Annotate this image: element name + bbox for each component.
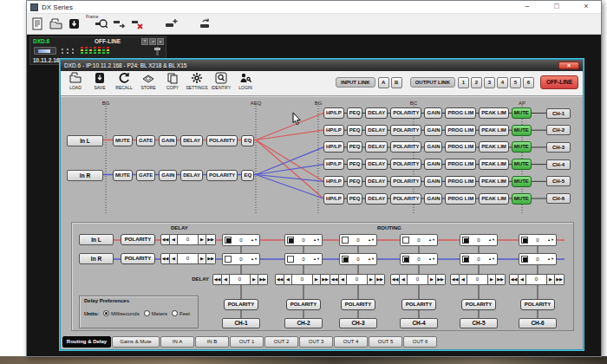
routing-checkbox-2-2[interactable]	[287, 256, 294, 263]
save-file-icon[interactable]	[66, 16, 82, 32]
block-polarity-ch2[interactable]: POLARITY	[390, 125, 421, 136]
channel-delay-2-back-icon[interactable]: ◀	[284, 274, 292, 285]
channel-delay-6-rewind-icon[interactable]: ◀◀	[509, 274, 519, 285]
block-peq-ch5[interactable]: PEQ	[347, 176, 363, 187]
block-delay-l[interactable]: DELAY	[180, 135, 203, 146]
block-polarity-ch3[interactable]: POLARITY	[390, 141, 421, 153]
device-mini-button-1[interactable]: ↗	[149, 38, 156, 45]
minimize-button[interactable]: –	[512, 1, 542, 13]
channel-polarity-1[interactable]: POLARITY	[224, 299, 258, 310]
maximize-button[interactable]: □	[542, 1, 571, 13]
channel-delay-3-value[interactable]: 0	[347, 274, 368, 285]
input-delay-1-fast-forward-icon[interactable]: ▶▶	[206, 234, 216, 245]
channel-delay-1-value[interactable]: 0	[230, 274, 251, 285]
channel-delay-6-forward-icon[interactable]: ▶	[547, 274, 555, 285]
tab-gains-mute[interactable]: Gains & Mute	[112, 336, 160, 348]
offline-toggle-button[interactable]: OFF-LINE	[540, 75, 578, 89]
routing-spinner-2-3[interactable]: ▲▼	[368, 257, 375, 261]
channel-delay-5-forward-icon[interactable]: ▶	[488, 274, 496, 285]
output-link-5[interactable]: 5	[510, 77, 521, 88]
input-delay-1-forward-icon[interactable]: ▶	[199, 234, 206, 245]
channel-delay-2[interactable]: ◀◀◀0▶▶▶	[275, 274, 330, 285]
settings-button[interactable]: SETTINGS	[185, 72, 209, 94]
block-gain-ch1[interactable]: GAIN	[424, 107, 442, 119]
block-mute-ch3[interactable]: MUTE	[512, 141, 532, 153]
tab-out-1[interactable]: OUT 1	[230, 336, 264, 348]
device-mini-button-0[interactable]: ?	[141, 38, 148, 45]
routing-spinner-1-4[interactable]: ▲▼	[428, 238, 435, 242]
block-peaklim-ch1[interactable]: PEAK LIM	[479, 107, 509, 119]
block-eq-r[interactable]: EQ	[241, 170, 254, 181]
routing-checkbox-1-3[interactable]	[342, 237, 349, 244]
block-peq-ch1[interactable]: PEQ	[347, 107, 363, 119]
block-peq-ch3[interactable]: PEQ	[347, 141, 363, 153]
block-polarity-ch1[interactable]: POLARITY	[390, 107, 421, 119]
input-polarity-2[interactable]: POLARITY	[121, 253, 155, 264]
app-titlebar[interactable]: DX Series – □ ×	[27, 1, 601, 14]
routing-checkbox-1-4[interactable]	[402, 237, 409, 244]
routing-checkbox-1-5[interactable]	[462, 237, 469, 244]
close-button[interactable]: ×	[571, 1, 601, 13]
block-gain-ch5[interactable]: GAIN	[424, 176, 442, 187]
input-polarity-1[interactable]: POLARITY	[121, 234, 155, 245]
block-mute-r[interactable]: MUTE	[113, 170, 133, 181]
device-mini-button-2[interactable]: ×	[157, 38, 164, 45]
channel-polarity-6[interactable]: POLARITY	[520, 299, 555, 310]
channel-delay-4[interactable]: ◀◀◀0▶▶▶	[390, 274, 446, 285]
routing-cell-2-4[interactable]: 0▲▼	[400, 253, 438, 265]
routing-checkbox-1-1[interactable]	[225, 237, 232, 244]
block-proglim-ch2[interactable]: PROG LIM	[445, 125, 476, 136]
block-gain-ch2[interactable]: GAIN	[424, 125, 442, 136]
input-link-b[interactable]: B	[391, 77, 402, 88]
routing-checkbox-2-4[interactable]	[402, 256, 409, 263]
tab-in-b[interactable]: IN B	[195, 336, 229, 348]
channel-polarity-3[interactable]: POLARITY	[341, 299, 375, 310]
input-delay-2-rewind-icon[interactable]: ◀◀	[160, 253, 170, 264]
channel-delay-5-value[interactable]: 0	[467, 274, 488, 285]
save-button[interactable]: SAVE	[88, 72, 112, 94]
tab-in-a[interactable]: IN A	[160, 336, 194, 348]
channel-delay-4-forward-icon[interactable]: ▶	[428, 274, 436, 285]
channel-delay-3[interactable]: ◀◀◀0▶▶▶	[330, 274, 385, 285]
channel-delay-3-fast-forward-icon[interactable]: ▶▶	[375, 274, 385, 285]
block-peq-ch4[interactable]: PEQ	[347, 159, 363, 170]
channel-polarity-5[interactable]: POLARITY	[461, 299, 496, 310]
block-peaklim-ch3[interactable]: PEAK LIM	[479, 141, 509, 153]
frame-disconnect-icon[interactable]	[129, 16, 145, 32]
block-hplp-ch1[interactable]: HP/LP	[323, 107, 344, 119]
load-button[interactable]: LOAD	[63, 72, 88, 94]
copy-button[interactable]: COPY	[160, 72, 185, 94]
channel-delay-5-rewind-icon[interactable]: ◀◀	[450, 274, 460, 285]
block-eq-l[interactable]: EQ	[241, 135, 254, 146]
channel-delay-3-forward-icon[interactable]: ▶	[368, 274, 375, 285]
input-delay-2-value[interactable]: 0	[178, 253, 199, 264]
unit-radio-feet[interactable]: Feet	[172, 310, 190, 316]
channel-box-3[interactable]: CH-3	[546, 142, 571, 153]
login-button[interactable]: LOGIN	[233, 72, 258, 94]
block-peq-ch2[interactable]: PEQ	[347, 125, 363, 136]
channel-delay-3-back-icon[interactable]: ◀	[339, 274, 347, 285]
tab-out-3[interactable]: OUT 3	[299, 336, 333, 348]
identify-button[interactable]: IDENTIFY	[209, 72, 233, 94]
block-mute-l[interactable]: MUTE	[113, 135, 133, 146]
unit-radio-milliseconds[interactable]: Milliseconds	[103, 310, 140, 316]
tab-out-5[interactable]: OUT 5	[369, 336, 402, 348]
channel-delay-6-back-icon[interactable]: ◀	[519, 274, 526, 285]
channel-delay-4-back-icon[interactable]: ◀	[400, 274, 408, 285]
new-file-icon[interactable]	[29, 16, 45, 32]
block-peaklim-ch5[interactable]: PEAK LIM	[479, 176, 509, 187]
block-mute-ch5[interactable]: MUTE	[512, 176, 532, 187]
block-proglim-ch6[interactable]: PROG LIM	[445, 193, 476, 205]
routing-checkbox-2-3[interactable]	[342, 256, 349, 263]
input-delay-2[interactable]: ◀◀◀0▶▶▶	[160, 253, 216, 264]
routing-cell-1-2[interactable]: 0▲▼	[284, 234, 323, 246]
routing-checkbox-2-5[interactable]	[462, 256, 469, 263]
block-gate-l[interactable]: GATE	[136, 135, 155, 146]
block-delay-ch6[interactable]: DELAY	[365, 193, 388, 205]
routing-cell-1-5[interactable]: 0▲▼	[460, 234, 498, 246]
tab-out-6[interactable]: OUT 6	[403, 336, 437, 348]
block-mute-ch6[interactable]: MUTE	[512, 193, 532, 205]
block-gain-ch3[interactable]: GAIN	[424, 141, 442, 153]
input-delay-1[interactable]: ◀◀◀0▶▶▶	[160, 234, 216, 245]
block-hplp-ch2[interactable]: HP/LP	[323, 125, 344, 136]
